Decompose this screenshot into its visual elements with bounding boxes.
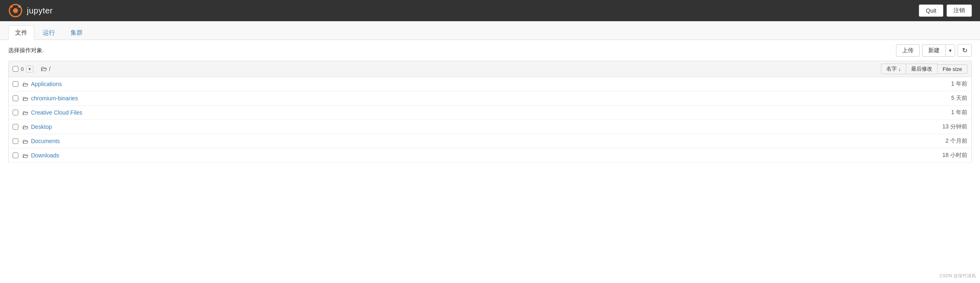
header-buttons: Quit 注销 [919, 4, 972, 17]
file-row-checkbox[interactable] [13, 81, 18, 87]
file-row: 🗁 chromium-binaries 5 天前 [8, 91, 972, 106]
column-headers: 名字 ↓ 最后修改 File size [881, 64, 967, 74]
selected-count: 0 [20, 66, 24, 72]
folder-icon: 🗁 [22, 138, 29, 145]
tab-files[interactable]: 文件 [8, 25, 34, 40]
new-button-main[interactable]: 新建 [922, 44, 945, 57]
file-row-checkbox[interactable] [13, 124, 18, 130]
select-all-area: 0 ▾ [13, 66, 33, 73]
cancel-button[interactable]: 注销 [947, 4, 972, 17]
svg-point-2 [10, 5, 13, 8]
file-row: 🗁 Applications 1 年前 [8, 77, 972, 91]
jupyter-logo-icon [8, 3, 23, 18]
file-rows: 🗁 Applications 1 年前 🗁 chromium-binaries … [8, 77, 972, 163]
file-modified: 2 个月前 [902, 137, 967, 145]
file-row: 🗁 Creative Cloud Files 1 年前 [8, 106, 972, 120]
upload-button[interactable]: 上传 [896, 44, 920, 57]
file-name-link[interactable]: Downloads [31, 152, 902, 159]
file-row-checkbox[interactable] [13, 110, 18, 115]
file-modified: 5 天前 [902, 95, 967, 102]
file-row-checkbox[interactable] [13, 95, 18, 101]
file-row-checkbox[interactable] [13, 153, 18, 158]
select-all-checkbox[interactable] [13, 66, 18, 72]
sort-filesize-button[interactable]: File size [938, 64, 967, 74]
svg-point-3 [18, 5, 21, 8]
file-row-checkbox[interactable] [13, 138, 18, 144]
select-dropdown[interactable]: ▾ [26, 66, 33, 73]
sort-name-button[interactable]: 名字 ↓ [881, 64, 907, 74]
toolbar: 选择操作对象. 上传 新建 ▾ ↻ [0, 40, 980, 61]
folder-icon: 🗁 [22, 95, 29, 102]
folder-icon: 🗁 [22, 81, 29, 88]
file-row: 🗁 Documents 2 个月前 [8, 134, 972, 148]
file-name-link[interactable]: Documents [31, 138, 902, 144]
new-button-caret[interactable]: ▾ [945, 44, 955, 57]
breadcrumb-slash: / [49, 66, 51, 72]
file-modified: 1 年前 [902, 80, 967, 88]
sort-modified-button[interactable]: 最后修改 [906, 64, 938, 74]
refresh-button[interactable]: ↻ [958, 44, 972, 57]
toolbar-status: 选择操作对象. [8, 47, 44, 54]
file-name-link[interactable]: Desktop [31, 124, 902, 130]
file-row: 🗁 Desktop 13 分钟前 [8, 120, 972, 134]
file-name-link[interactable]: Creative Cloud Files [31, 109, 902, 116]
folder-icon: 🗁 [22, 124, 29, 130]
file-modified: 18 小时前 [902, 152, 967, 159]
app-header: jupyter Quit 注销 [0, 0, 980, 21]
breadcrumb: 🗁 / [41, 65, 881, 73]
svg-point-1 [13, 8, 18, 13]
file-name-link[interactable]: Applications [31, 81, 902, 87]
folder-icon: 🗁 [22, 152, 29, 159]
folder-icon: 🗁 [41, 65, 47, 73]
tabs-bar: 文件 运行 集群 [0, 21, 980, 40]
app-title: jupyter [27, 6, 53, 15]
file-row: 🗁 Downloads 18 小时前 [8, 148, 972, 163]
new-button-group: 新建 ▾ [922, 44, 955, 57]
file-list-container: 0 ▾ 🗁 / 名字 ↓ 最后修改 File size 🗁 Applicatio… [0, 61, 980, 163]
logo-area: jupyter [8, 3, 53, 18]
folder-icon: 🗁 [22, 109, 29, 116]
quit-button[interactable]: Quit [919, 4, 943, 17]
tab-running[interactable]: 运行 [36, 25, 62, 40]
file-modified: 13 分钟前 [902, 123, 967, 130]
tab-clusters[interactable]: 集群 [64, 25, 90, 40]
toolbar-right: 上传 新建 ▾ ↻ [896, 44, 972, 57]
file-name-link[interactable]: chromium-binaries [31, 95, 902, 102]
file-list-header: 0 ▾ 🗁 / 名字 ↓ 最后修改 File size [8, 61, 972, 77]
file-modified: 1 年前 [902, 109, 967, 116]
